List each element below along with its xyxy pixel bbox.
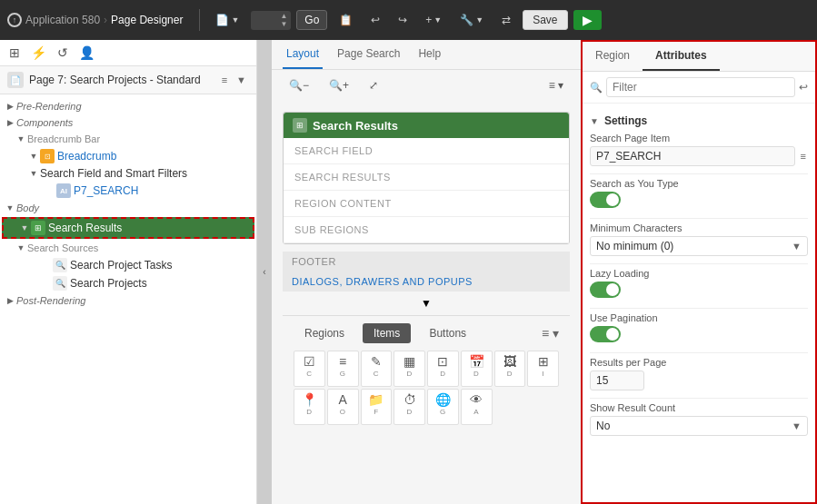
search-field-expander[interactable]: ▼ <box>27 167 40 180</box>
sidebar-item-search-field-smart[interactable]: ▼ Search Field and Smart Filters <box>0 165 256 182</box>
canvas-menu-button[interactable]: ≡ ▾ <box>543 75 570 95</box>
save-button[interactable]: Save <box>523 10 567 30</box>
tab-region[interactable]: Region <box>583 42 643 71</box>
sidebar-refresh-icon[interactable]: ↺ <box>55 44 70 62</box>
icon-cell-3[interactable]: ▦D <box>394 351 425 387</box>
placeholder-search-results: SEARCH RESULTS <box>284 164 569 191</box>
icon-cell-7[interactable]: ⊞I <box>527 351 559 387</box>
bottom-menu-icon[interactable]: ≡ ▾ <box>542 326 559 341</box>
lazy-loading-toggle[interactable] <box>590 282 621 298</box>
run-button[interactable]: ▶ <box>573 10 602 30</box>
sidebar-item-breadcrumb[interactable]: ▼ ⊡ Breadcrumb <box>0 147 256 165</box>
minimum-characters-value: No minimum (0) <box>596 240 673 252</box>
sidebar-item-components[interactable]: ▶ Components <box>0 114 256 131</box>
tab-items-button[interactable]: Items <box>363 323 411 343</box>
pre-rendering-expander[interactable]: ▶ <box>4 100 16 113</box>
wrench-icon: 🔧 <box>460 14 473 26</box>
sidebar-item-pre-rendering[interactable]: ▶ Pre-Rendering <box>0 98 256 114</box>
divider-1 <box>199 9 200 31</box>
sidebar-item-body[interactable]: ▼ Body <box>0 200 256 216</box>
search-as-you-type-toggle[interactable] <box>590 192 621 208</box>
icon-shape-4: ⊡ <box>437 355 448 368</box>
sidebar-item-search-results[interactable]: ▼ ⊞ Search Results <box>2 217 254 239</box>
sidebar-dropdown-button[interactable]: ▼ <box>234 74 249 86</box>
search-results-expander[interactable]: ▼ <box>18 222 31 234</box>
body-expander[interactable]: ▼ <box>4 202 16 214</box>
icon-cell-10[interactable]: 📁F <box>361 389 393 425</box>
breadcrumb-bar-expander[interactable]: ▼ <box>15 133 27 145</box>
setting-search-page-item: Search Page Item ≡ <box>590 133 808 166</box>
page-number-input[interactable]: 7 <box>254 14 280 26</box>
icon-cell-13[interactable]: 👁A <box>461 389 493 425</box>
up-arrow-icon[interactable]: ↑ <box>7 13 22 27</box>
toggle-slider-2 <box>590 282 621 298</box>
icon-shape-1: ≡ <box>339 355 346 368</box>
results-per-page-input[interactable] <box>590 371 644 390</box>
show-result-count-select[interactable]: No ▼ <box>590 416 808 436</box>
sidebar-item-breadcrumb-bar[interactable]: ▼ Breadcrumb Bar <box>0 131 256 147</box>
search-page-item-input[interactable] <box>590 146 795 166</box>
zoom-in-button[interactable]: 🔍+ <box>323 75 355 95</box>
sidebar-item-p7-search[interactable]: AI P7_SEARCH <box>0 182 256 200</box>
tab-attributes[interactable]: Attributes <box>643 42 720 71</box>
sidebar-item-search-project-tasks[interactable]: 🔍 Search Project Tasks <box>0 256 256 274</box>
minimum-characters-select[interactable]: No minimum (0) ▼ <box>590 236 808 256</box>
p7-search-icon: AI <box>56 183 71 198</box>
icon-cell-8[interactable]: 📍D <box>294 389 325 425</box>
sidebar-person-icon[interactable]: 👤 <box>77 44 96 62</box>
expand-button[interactable]: ⤢ <box>363 75 384 95</box>
add-button[interactable]: + ▼ <box>419 10 448 30</box>
icon-shape-11: ⏱ <box>404 393 416 406</box>
share-button[interactable]: ⇄ <box>495 10 517 30</box>
search-page-item-list-button[interactable]: ≡ <box>799 149 808 163</box>
page-number-group[interactable]: 7 ▲ ▼ <box>251 11 291 30</box>
tab-page-search[interactable]: Page Search <box>334 40 404 69</box>
copy-button[interactable]: 📋 <box>333 10 359 30</box>
filter-return-button[interactable]: ↩ <box>799 81 808 94</box>
tab-help[interactable]: Help <box>414 40 444 69</box>
post-rendering-expander[interactable]: ▶ <box>4 294 16 307</box>
sidebar-menu-button[interactable]: ≡ <box>219 74 230 86</box>
icon-cell-12[interactable]: 🌐G <box>427 389 459 425</box>
sidebar-item-search-sources[interactable]: ▼ Search Sources <box>0 240 256 256</box>
sidebar-lightning-icon[interactable]: ⚡ <box>29 44 48 62</box>
icon-cell-6[interactable]: 🖼D <box>494 351 526 387</box>
breadcrumb-expander[interactable]: ▼ <box>27 150 40 163</box>
icon-cell-9[interactable]: AO <box>327 389 359 425</box>
icon-cell-2[interactable]: ✎C <box>361 351 393 387</box>
search-sources-expander[interactable]: ▼ <box>15 242 27 254</box>
search-project-tasks-expander <box>40 259 53 272</box>
tools-dropdown-icon: ▼ <box>475 15 483 25</box>
new-page-button[interactable]: 📄 ▼ <box>209 10 245 30</box>
tab-buttons-button[interactable]: Buttons <box>418 323 477 343</box>
sidebar-item-post-rendering[interactable]: ▶ Post-Rendering <box>0 292 256 309</box>
icon-cell-5[interactable]: 📅D <box>461 351 493 387</box>
page-number-up[interactable]: ▲ <box>280 13 287 20</box>
tab-layout[interactable]: Layout <box>283 40 323 69</box>
icon-cell-1[interactable]: ≡G <box>327 351 359 387</box>
go-button[interactable]: Go <box>296 10 327 30</box>
undo-button[interactable]: ↩ <box>364 10 386 30</box>
sidebar-item-search-projects[interactable]: 🔍 Search Projects <box>0 274 256 292</box>
p7-search-expander <box>44 184 56 197</box>
icon-cell-0[interactable]: ☑C <box>294 351 325 387</box>
icon-grid: ☑C ≡G ✎C ▦D ⊡D 📅D 🖼D ⊞I 📍D AO 📁F ⏱D 🌐G 👁… <box>283 343 570 432</box>
components-expander[interactable]: ▶ <box>4 116 16 129</box>
use-pagination-toggle[interactable] <box>590 326 621 342</box>
breadcrumb-label: Breadcrumb <box>57 150 116 163</box>
divider-5 <box>590 352 808 353</box>
icon-cell-4[interactable]: ⊡D <box>427 351 459 387</box>
filter-input[interactable] <box>606 77 795 97</box>
page-number-down[interactable]: ▼ <box>280 21 287 28</box>
drawer-down-icon: ▼ <box>421 297 432 310</box>
sidebar-grid-icon[interactable]: ⊞ <box>7 44 22 62</box>
tools-button[interactable]: 🔧 ▼ <box>453 10 490 30</box>
canvas-drawer-arrow[interactable]: ▼ <box>283 292 570 315</box>
app-label[interactable]: Application 580 <box>25 14 100 26</box>
settings-collapse-icon[interactable]: ▼ <box>590 116 599 126</box>
icon-cell-11[interactable]: ⏱D <box>394 389 425 425</box>
sidebar-collapse-arrow[interactable]: ‹ <box>257 40 272 504</box>
zoom-out-button[interactable]: 🔍− <box>283 75 315 95</box>
tab-regions-button[interactable]: Regions <box>294 323 355 343</box>
redo-button[interactable]: ↪ <box>392 10 413 30</box>
